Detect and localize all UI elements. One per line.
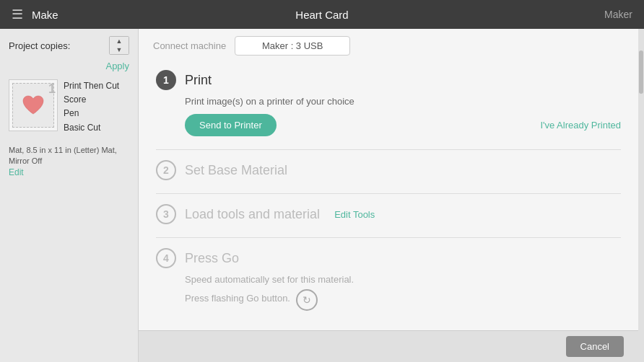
step-4-press-go: 4 Press Go Speed automatically set for t…: [156, 248, 621, 311]
cancel-button[interactable]: Cancel: [566, 336, 624, 357]
step-1-header: 1 Print: [156, 70, 621, 90]
menu-icon[interactable]: ☰: [12, 6, 23, 22]
copies-down-button[interactable]: ▼: [110, 45, 129, 54]
connect-label: Connect machine: [153, 40, 226, 51]
apply-button[interactable]: Apply: [105, 61, 129, 71]
step-1-print: 1 Print Print image(s) on a printer of y…: [156, 70, 621, 136]
edit-tools-link[interactable]: Edit Tools: [334, 209, 375, 220]
step-2-title: Set Base Material: [185, 163, 287, 178]
step-4-body: Speed automatically set for this materia…: [156, 274, 621, 311]
already-printed-link[interactable]: I've Already Printed: [540, 120, 621, 131]
step-divider-1: [156, 149, 621, 150]
project-copies-label: Project copies:: [9, 40, 109, 51]
step-3-load: 3 Load tools and material Edit Tools: [156, 204, 621, 224]
step-2-material: 2 Set Base Material: [156, 160, 621, 180]
operation-score: Score: [64, 93, 119, 107]
left-panel: Project copies: ▲ ▼ Apply 1 Print Then C…: [0, 29, 139, 362]
scroll-thumb: [639, 50, 643, 94]
main-layout: Project copies: ▲ ▼ Apply 1 Print Then C…: [0, 29, 644, 362]
project-copies-row: Project copies: ▲ ▼: [9, 36, 129, 55]
thumbnail-number: 1: [48, 81, 56, 97]
step-4-header: 4 Press Go: [156, 248, 621, 268]
step-divider-3: [156, 237, 621, 238]
step-1-body: Print image(s) on a printer of your choi…: [156, 96, 621, 136]
step-1-circle: 1: [156, 70, 176, 90]
maker-label: Maker: [604, 9, 632, 20]
heart-icon: [21, 94, 45, 116]
operation-print-then-cut: Print Then Cut: [64, 79, 119, 93]
right-content: Connect machine Maker : 3 USB 1 Print Pr…: [139, 29, 638, 330]
go-button-indicator: ↻: [296, 289, 318, 311]
make-label: Make: [32, 9, 58, 21]
go-desc: Press flashing Go button.: [185, 293, 290, 304]
footer: Cancel: [139, 330, 638, 362]
steps-container: 1 Print Print image(s) on a printer of y…: [139, 63, 638, 330]
step-divider-2: [156, 193, 621, 194]
apply-row: Apply: [9, 59, 129, 72]
project-meta: Mat, 8.5 in x 11 in (Letter) Mat, Mirror…: [9, 145, 129, 167]
machine-selector[interactable]: Maker : 3 USB: [235, 36, 350, 56]
copies-up-button[interactable]: ▲: [110, 37, 129, 45]
step-4-title: Press Go: [185, 251, 239, 266]
edit-link[interactable]: Edit: [9, 167, 129, 177]
copies-spinner[interactable]: ▲ ▼: [109, 36, 129, 55]
step-2-circle: 2: [156, 160, 176, 180]
step-1-desc: Print image(s) on a printer of your choi…: [185, 96, 621, 107]
step-1-title: Print: [185, 73, 212, 88]
project-thumbnail: 1: [9, 79, 58, 131]
project-info: Print Then Cut Score Pen Basic Cut: [64, 79, 119, 135]
speed-desc: Speed automatically set for this materia…: [185, 274, 621, 285]
step-2-header: 2 Set Base Material: [156, 160, 621, 180]
scroll-indicator: [638, 29, 644, 362]
connect-bar: Connect machine Maker : 3 USB: [139, 29, 638, 63]
step-3-header: 3 Load tools and material Edit Tools: [156, 204, 621, 224]
operation-pen: Pen: [64, 107, 119, 120]
step-1-actions: Send to Printer I've Already Printed: [185, 114, 621, 136]
header: ☰ Make Heart Card Maker: [0, 0, 644, 29]
project-card: 1 Print Then Cut Score Pen Basic Cut: [9, 79, 129, 135]
step-3-title: Load tools and material: [185, 207, 320, 222]
step-3-circle: 3: [156, 204, 176, 224]
step-4-circle: 4: [156, 248, 176, 268]
page-title: Heart Card: [295, 9, 348, 21]
operation-basic-cut: Basic Cut: [64, 121, 119, 135]
send-to-printer-button[interactable]: Send to Printer: [185, 114, 277, 136]
